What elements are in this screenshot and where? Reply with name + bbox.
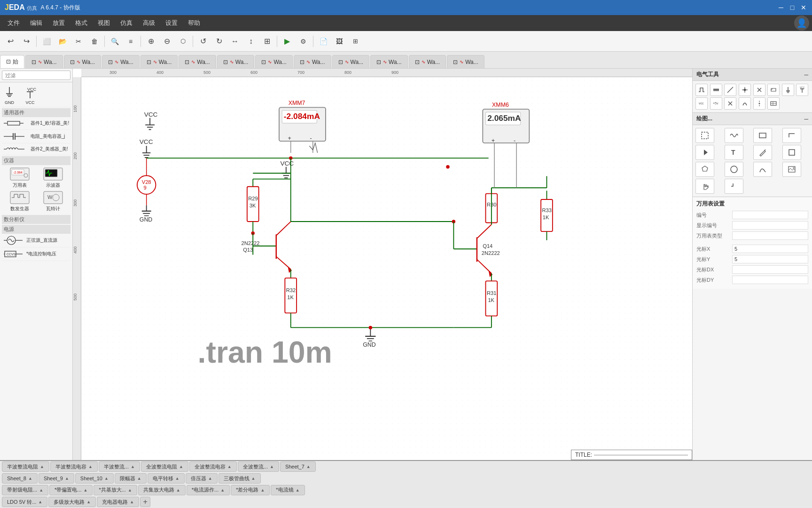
elec-vcc2-btn[interactable]: vcc	[695, 97, 708, 110]
user-avatar[interactable]: 👤	[794, 16, 809, 31]
zoom-in-button[interactable]: ⊕	[143, 34, 158, 49]
close-button[interactable]: ✕	[800, 4, 807, 11]
elec-power-btn[interactable]	[782, 84, 794, 96]
zoom-out-button[interactable]: ⊖	[159, 34, 174, 49]
menu-format[interactable]: 格式	[70, 17, 92, 29]
tab-wa7[interactable]: ⊡ ∿ Wa...	[255, 55, 293, 68]
elec-vcc-btn[interactable]: VCC	[796, 84, 808, 96]
print-button[interactable]: 📄	[316, 34, 331, 49]
sheet-tab-limiter[interactable]: 限幅器 ▲	[115, 473, 147, 484]
rotate-ccw-button[interactable]: ↺	[195, 34, 211, 49]
sheet-tab-sheet8[interactable]: Sheet_8 ▲	[2, 473, 38, 484]
tab-wa11[interactable]: ⊡ ∿ Wa...	[409, 55, 446, 68]
delete-button[interactable]: 🗑	[87, 34, 102, 49]
elec-p5v-btn[interactable]: +5v	[710, 97, 722, 110]
elec-measure-btn[interactable]	[753, 97, 765, 110]
instrument-multimeter[interactable]: -2.084 万用表	[4, 167, 35, 189]
draw-circle-btn[interactable]	[725, 162, 743, 177]
filter-input[interactable]	[2, 71, 70, 80]
sheet-tab-fullwave-cap[interactable]: 全波整流电容 ▲	[189, 461, 237, 472]
add-sheet-button[interactable]: +	[140, 497, 150, 507]
menu-file[interactable]: 文件	[3, 17, 24, 29]
sheet-tab-sheet10[interactable]: Sheet_10 ▲	[75, 473, 114, 484]
menu-view[interactable]: 视图	[93, 17, 115, 29]
draw-pentagon-btn[interactable]	[695, 162, 714, 177]
draw-connect-btn[interactable]	[725, 179, 743, 194]
sheet-tab-fullwave-res[interactable]: 全波整流电阻 ▲	[141, 461, 188, 472]
sheet-tab-bjt-curve[interactable]: 三极管曲线 ▲	[219, 473, 261, 484]
list-button[interactable]: ≡	[123, 34, 138, 49]
draw-tools-minimize[interactable]: ─	[804, 116, 808, 122]
menu-advanced[interactable]: 高级	[138, 17, 160, 29]
sheet-tab-ldo[interactable]: LDO 5V 转... ▲	[2, 497, 47, 507]
draw-text-btn[interactable]: T	[725, 145, 743, 160]
menu-sim[interactable]: 仿真	[116, 17, 137, 29]
tab-wa6[interactable]: ⊡ ∿ Wa...	[217, 55, 255, 68]
flip-h-button[interactable]: ↔	[227, 34, 242, 49]
comp-row-sine[interactable]: 正弦源_直流源	[2, 234, 70, 247]
instrument-wattmeter[interactable]: W 瓦特计	[37, 190, 69, 212]
tab-wa5[interactable]: ⊡ ∿ Wa...	[179, 55, 216, 68]
draw-wave-btn[interactable]	[725, 128, 743, 143]
draw-pencil-btn[interactable]	[753, 145, 772, 160]
draw-arc2-btn[interactable]	[753, 162, 772, 177]
maximize-button[interactable]: □	[789, 4, 796, 11]
sheet-tab-multistage-amp[interactable]: 多级放大电路 ▲	[48, 497, 96, 507]
tab-wa10[interactable]: ⊡ ∿ Wa...	[370, 55, 408, 68]
elec-line-btn[interactable]	[724, 84, 736, 96]
elec-bus-btn[interactable]	[710, 84, 722, 96]
grid-button[interactable]: ⊞	[348, 34, 363, 49]
elec-wire-btn[interactable]	[695, 84, 708, 96]
prop-value-show-id[interactable]	[732, 221, 808, 230]
instrument-oscilloscope[interactable]: 示波器	[37, 167, 69, 189]
sheet-tab-charger[interactable]: 充电器电路 ▲	[97, 497, 139, 507]
undo-button[interactable]: ↩	[3, 34, 18, 49]
draw-corner-btn[interactable]	[782, 128, 801, 143]
sheet-tab-voltage-mult[interactable]: 倍压器 ▲	[186, 473, 218, 484]
tab-wa12[interactable]: ⊡ ∿ Wa...	[447, 55, 484, 68]
image-button[interactable]: 🖼	[332, 34, 347, 49]
menu-help[interactable]: 帮助	[183, 17, 205, 29]
sim-settings-button[interactable]: ⚙	[296, 34, 311, 49]
tab-wa8[interactable]: ⊡ ∿ Wa...	[294, 55, 331, 68]
minimize-button[interactable]: ─	[777, 4, 785, 11]
draw-select-btn[interactable]	[695, 128, 714, 143]
menu-edit[interactable]: 编辑	[25, 17, 47, 29]
elec-junction-btn[interactable]	[739, 84, 751, 96]
sheet-tab-fullwave-etc[interactable]: 全波整流... ▲	[238, 461, 279, 472]
sheet-tab-sheet9[interactable]: Sheet_9 ▲	[39, 473, 74, 484]
schematic-canvas[interactable]: VCC XMM7 -2.084mA + - VCC	[81, 77, 692, 460]
canvas-area[interactable]: 选中数量 300 400 500 600 700 800 900 100 200…	[73, 69, 692, 460]
tab-wa4[interactable]: ⊡ ∿ Wa...	[141, 55, 178, 68]
elec-x-btn[interactable]	[724, 97, 736, 110]
tab-wa1[interactable]: ⊡ ∿ Wa...	[25, 55, 63, 68]
comp-row-ccvs[interactable]: CCVS *电流控制电压	[2, 247, 70, 261]
draw-image-btn[interactable]	[782, 162, 801, 177]
sheet-tab-sheet7[interactable]: Sheet_7 ▲	[280, 461, 316, 472]
flip-v-button[interactable]: ↕	[243, 34, 258, 49]
sheet-tab-emitter-res[interactable]: 带射级电阻... ▲	[2, 485, 48, 495]
menu-place[interactable]: 放置	[48, 17, 70, 29]
instrument-siggen[interactable]: 数发生器	[4, 190, 35, 212]
redo-button[interactable]: ↪	[19, 34, 34, 49]
prop-value-cursordy[interactable]	[732, 276, 808, 284]
draw-box-btn[interactable]	[782, 145, 801, 160]
elec-noconn-btn[interactable]	[753, 84, 765, 96]
elec-tools-minimize[interactable]: ─	[804, 71, 808, 78]
sheet-tab-current-src[interactable]: *电流源作... ▲	[187, 485, 230, 495]
sheet-tab-diff-circuit[interactable]: *差分电路 ▲	[231, 485, 270, 495]
prop-value-type[interactable]	[732, 231, 808, 240]
sheet-tab-bias[interactable]: *带偏置电... ▲	[49, 485, 93, 495]
draw-rect-btn[interactable]	[753, 128, 772, 143]
elec-netlabel-btn[interactable]	[767, 84, 780, 96]
comp-row-resistor[interactable]: 器件1_欧!容器_美!	[2, 117, 70, 130]
rotate-cw-button[interactable]: ↻	[211, 34, 226, 49]
prop-value-cursorx[interactable]	[732, 245, 808, 253]
open-button[interactable]: 📂	[55, 34, 70, 49]
comp-row-inductor[interactable]: 器件2_美感器_美!	[2, 143, 70, 155]
sheet-tab-halfwave-res[interactable]: 半波整流电阻 ▲	[2, 461, 49, 472]
cut-button[interactable]: ✂	[71, 34, 86, 49]
tab-wa9[interactable]: ⊡ ∿ Wa...	[332, 55, 370, 68]
elec-arc-btn[interactable]	[739, 97, 751, 110]
search-button[interactable]: 🔍	[107, 34, 122, 49]
